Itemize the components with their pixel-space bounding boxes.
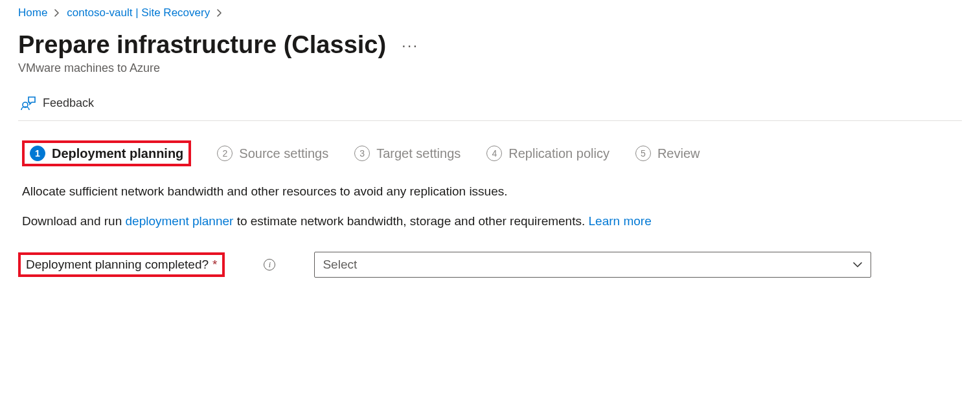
feedback-button[interactable]: Feedback bbox=[18, 91, 962, 121]
text-fragment: Download and run bbox=[22, 214, 126, 228]
step-number: 4 bbox=[486, 146, 502, 161]
feedback-icon bbox=[21, 96, 36, 110]
chevron-right-icon bbox=[216, 9, 223, 17]
highlight-annotation: Deployment planning completed? * bbox=[18, 252, 225, 277]
tab-review[interactable]: 5 Review bbox=[635, 146, 700, 161]
required-marker: * bbox=[212, 258, 217, 272]
breadcrumb-vault[interactable]: contoso-vault | Site Recovery bbox=[67, 6, 210, 19]
step-label: Source settings bbox=[239, 146, 328, 161]
tab-deployment-planning[interactable]: 1 Deployment planning bbox=[30, 146, 183, 161]
description-line-2: Download and run deployment planner to e… bbox=[18, 214, 962, 228]
step-label: Replication policy bbox=[508, 146, 610, 161]
learn-more-link[interactable]: Learn more bbox=[589, 214, 652, 228]
deployment-planning-field-row: Deployment planning completed? * i Selec… bbox=[18, 252, 962, 278]
breadcrumb: Home contoso-vault | Site Recovery bbox=[18, 6, 962, 19]
breadcrumb-home[interactable]: Home bbox=[18, 6, 47, 19]
step-number: 5 bbox=[635, 146, 651, 161]
highlight-annotation: 1 Deployment planning bbox=[22, 140, 191, 166]
deployment-planning-select[interactable]: Select bbox=[314, 252, 871, 278]
info-icon[interactable]: i bbox=[264, 259, 275, 271]
text-fragment: to estimate network bandwidth, storage a… bbox=[233, 214, 588, 228]
tab-replication-policy[interactable]: 4 Replication policy bbox=[486, 146, 610, 161]
select-placeholder: Select bbox=[323, 258, 357, 272]
more-actions-button[interactable]: ··· bbox=[402, 38, 418, 53]
step-label: Review bbox=[657, 146, 700, 161]
page-subtitle: VMware machines to Azure bbox=[18, 61, 962, 75]
tab-source-settings[interactable]: 2 Source settings bbox=[217, 146, 328, 161]
chevron-down-icon bbox=[852, 261, 863, 268]
wizard-steps: 1 Deployment planning 2 Source settings … bbox=[18, 140, 962, 166]
step-number: 1 bbox=[30, 146, 45, 161]
step-label: Target settings bbox=[376, 146, 461, 161]
chevron-right-icon bbox=[54, 9, 60, 17]
description-line-1: Allocate sufficient network bandwidth an… bbox=[18, 184, 962, 199]
page-title: Prepare infrastructure (Classic) bbox=[18, 31, 386, 59]
deployment-planner-link[interactable]: deployment planner bbox=[126, 214, 234, 228]
tab-target-settings[interactable]: 3 Target settings bbox=[354, 146, 461, 161]
step-number: 3 bbox=[354, 146, 370, 161]
step-number: 2 bbox=[217, 146, 233, 161]
feedback-label: Feedback bbox=[43, 96, 94, 110]
step-label: Deployment planning bbox=[52, 146, 183, 161]
field-label: Deployment planning completed? bbox=[26, 258, 209, 272]
